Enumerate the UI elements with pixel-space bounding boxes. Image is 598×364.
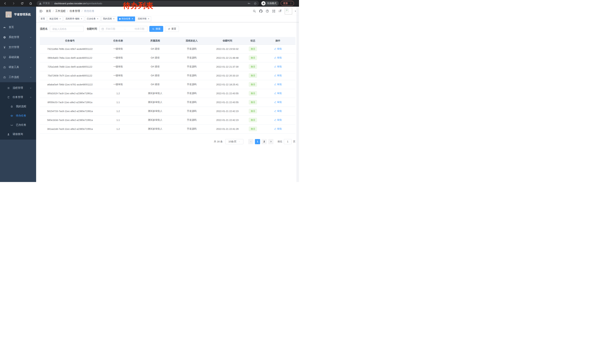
col-actions: 操作 — [260, 37, 295, 44]
table-row: a6aba0a4-7b6d-11ec-b781-acde48001122一级审批… — [40, 80, 295, 89]
close-icon[interactable]: ✕ — [113, 18, 115, 20]
reset-button[interactable]: 重置 — [165, 26, 179, 32]
status-badge: 激活 — [249, 109, 257, 113]
approve-link[interactable]: 审批 — [274, 118, 282, 122]
date-separator: - — [123, 28, 127, 30]
close-icon[interactable]: ✕ — [59, 18, 61, 20]
sidebar-item-workflow[interactable]: 工作流程 — [0, 72, 36, 82]
sidebar-item-todo-task[interactable]: 待办任务 — [0, 111, 36, 120]
sidebar-item-done-task[interactable]: 已办任务 — [0, 120, 36, 129]
page-button-1[interactable]: 1 — [255, 139, 260, 144]
breadcrumb-task-mgmt[interactable]: 任务管理 — [70, 9, 80, 13]
approve-link[interactable]: 审批 — [274, 109, 282, 113]
avatar[interactable] — [285, 8, 292, 15]
bookmark-star-icon[interactable] — [254, 2, 257, 5]
tab-my-process[interactable]: 我的流程 ✕ — [101, 16, 116, 21]
gauge-icon — [3, 26, 6, 29]
start-date-placeholder[interactable]: 开始日期 — [106, 27, 123, 31]
edit-pencil-icon — [274, 74, 276, 77]
browser-update-button[interactable]: 更新 — [281, 1, 294, 6]
gear-icon — [3, 36, 6, 39]
approve-link[interactable]: 审批 — [274, 83, 282, 86]
tab-done-task[interactable]: 已办任务 ✕ — [85, 16, 100, 21]
edit-pencil-icon — [274, 83, 276, 86]
approve-link[interactable]: 审批 — [274, 56, 282, 59]
tab-home[interactable]: 首页 — [39, 16, 47, 21]
col-task-id: 任务编号 — [40, 37, 100, 44]
fullscreen-icon[interactable] — [272, 9, 275, 13]
prev-page-button[interactable] — [248, 139, 253, 144]
table-row: 580e1b3d-7ac8-11ec-a9e2-a2380e71991a1.1测… — [40, 115, 295, 124]
breadcrumb-home[interactable]: 首页 — [46, 9, 51, 13]
sidebar-item-payment[interactable]: 支付管理 — [0, 42, 36, 52]
sidebar-item-home[interactable]: 首页 — [0, 22, 36, 32]
sidebar-item-task-mgmt[interactable]: 任务管理 — [0, 93, 36, 102]
approve-link[interactable]: 审批 — [274, 47, 282, 50]
incognito-icon — [261, 1, 266, 5]
search-button[interactable]: 搜索 — [149, 26, 163, 32]
col-created: 创建时间 — [209, 37, 245, 44]
approve-link[interactable]: 审批 — [274, 92, 282, 95]
date-range-picker[interactable]: 开始日期 - 结束日期 — [99, 26, 148, 32]
tab-todo-task-active[interactable]: 待办任务 ✕ — [117, 16, 135, 21]
browser-forward-button[interactable] — [11, 1, 16, 6]
browser-reload-button[interactable] — [20, 1, 25, 6]
approve-link[interactable]: 审批 — [274, 74, 282, 77]
sidebar-item-process-mgmt[interactable]: 流程管理 — [0, 83, 36, 93]
url-path: /bpm/task/todo — [86, 2, 102, 5]
next-page-button[interactable] — [268, 139, 274, 144]
app-title: 芋道管理系统 — [14, 13, 31, 16]
end-date-placeholder[interactable]: 结束日期 — [127, 27, 145, 31]
sidebar-item-devtools[interactable]: 研发工具 — [0, 62, 36, 72]
tree-icon — [7, 96, 10, 99]
search-icon[interactable] — [253, 9, 256, 13]
app-logo[interactable]: 🐰 芋道管理系统 — [0, 7, 36, 22]
incognito-badge: 无痕模式 — [261, 1, 279, 6]
key-icon[interactable] — [248, 2, 251, 5]
close-icon[interactable]: ✕ — [97, 18, 99, 20]
user-icon — [7, 133, 10, 136]
goto-page-input[interactable] — [284, 139, 291, 144]
status-badge: 激活 — [249, 56, 257, 60]
browser-home-button[interactable] — [28, 1, 33, 6]
help-icon[interactable] — [266, 9, 269, 13]
tab-start-process[interactable]: 发起流程 ✕ — [48, 16, 63, 21]
chevron-down-icon — [30, 66, 32, 68]
yen-icon — [3, 46, 6, 49]
approve-link[interactable]: 审批 — [274, 65, 282, 68]
github-icon[interactable] — [259, 9, 263, 13]
pagination-goto: 前往 页 — [277, 139, 295, 144]
toolbox-icon — [3, 66, 6, 69]
browser-menu-dots-icon[interactable] — [290, 2, 292, 5]
approve-link[interactable]: 审批 — [274, 101, 282, 104]
status-badge: 激活 — [249, 65, 257, 69]
sidebar-item-my-process[interactable]: 我的流程 — [0, 102, 36, 111]
tab-process-detail[interactable]: 流程详情 ✕ — [136, 16, 151, 21]
chevron-left-icon — [250, 140, 252, 143]
chevron-up-icon — [30, 96, 32, 98]
active-tab-dot — [119, 18, 121, 20]
scrollbar[interactable] — [296, 7, 299, 182]
approve-link[interactable]: 审批 — [274, 127, 282, 130]
close-icon[interactable]: ✕ — [131, 18, 133, 20]
breadcrumb-workflow[interactable]: 工作流程 — [55, 9, 66, 13]
tab-process-form-edit[interactable]: 流程表单-编辑 ✕ — [64, 16, 84, 21]
user-menu-caret-icon[interactable] — [294, 10, 296, 12]
font-size-icon[interactable]: TT — [279, 10, 282, 13]
close-icon[interactable]: ✕ — [80, 18, 83, 20]
table-row: 8f059c03-7ac8-11ec-a9e2-a2380e71991a1.1测… — [40, 98, 295, 107]
edit-pencil-icon — [274, 128, 276, 130]
page-size-select[interactable]: 10条/页 — [225, 139, 243, 144]
status-badge: 激活 — [249, 47, 257, 51]
process-name-input[interactable] — [50, 26, 83, 32]
breadcrumb-current: 待办任务 — [84, 9, 94, 13]
sidebar-collapse-icon[interactable] — [39, 9, 43, 13]
close-icon[interactable]: ✕ — [148, 18, 150, 20]
table-row: 75d72608-7b7f-11ec-a3c8-acde48001122一级审批… — [40, 71, 295, 80]
sidebar-item-leave-query[interactable]: 请假查询 — [0, 129, 36, 139]
browser-back-button[interactable] — [3, 1, 8, 6]
goto-unit: 页 — [293, 140, 295, 143]
page-button-2[interactable]: 2 — [262, 139, 267, 144]
sidebar-item-system[interactable]: 系统管理 — [0, 32, 36, 42]
sidebar-item-infra[interactable]: 基础设施 — [0, 52, 36, 62]
